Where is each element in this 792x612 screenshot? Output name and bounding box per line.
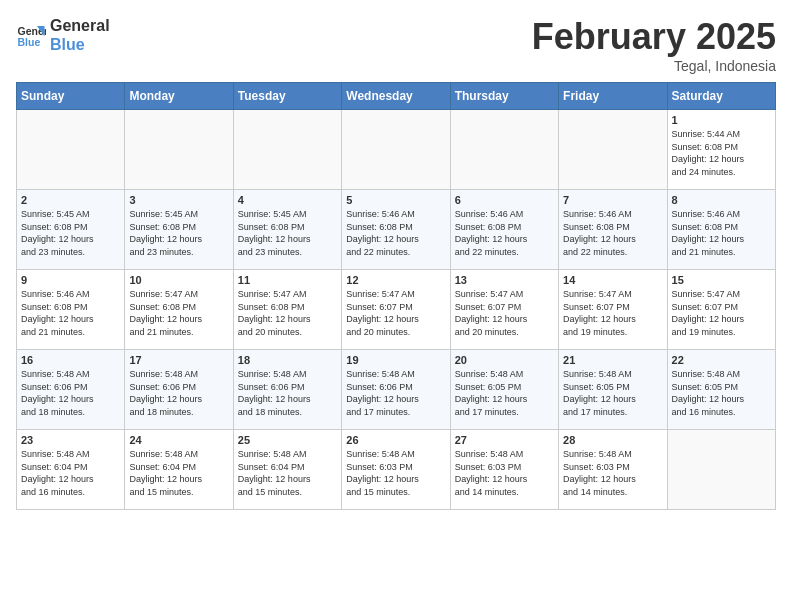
day-number: 9	[21, 274, 120, 286]
logo-icon: General Blue	[16, 20, 46, 50]
cell-info: Sunrise: 5:44 AM Sunset: 6:08 PM Dayligh…	[672, 128, 771, 178]
cell-info: Sunrise: 5:46 AM Sunset: 6:08 PM Dayligh…	[563, 208, 662, 258]
day-number: 1	[672, 114, 771, 126]
cell-info: Sunrise: 5:48 AM Sunset: 6:06 PM Dayligh…	[238, 368, 337, 418]
page-header: General Blue General Blue February 2025 …	[16, 16, 776, 74]
cell-info: Sunrise: 5:46 AM Sunset: 6:08 PM Dayligh…	[21, 288, 120, 338]
cell-info: Sunrise: 5:47 AM Sunset: 6:07 PM Dayligh…	[455, 288, 554, 338]
cell-info: Sunrise: 5:47 AM Sunset: 6:07 PM Dayligh…	[346, 288, 445, 338]
day-number: 21	[563, 354, 662, 366]
calendar-cell: 11Sunrise: 5:47 AM Sunset: 6:08 PM Dayli…	[233, 270, 341, 350]
day-number: 13	[455, 274, 554, 286]
cell-info: Sunrise: 5:48 AM Sunset: 6:03 PM Dayligh…	[346, 448, 445, 498]
week-row-4: 16Sunrise: 5:48 AM Sunset: 6:06 PM Dayli…	[17, 350, 776, 430]
day-number: 3	[129, 194, 228, 206]
calendar-cell	[233, 110, 341, 190]
calendar-cell: 6Sunrise: 5:46 AM Sunset: 6:08 PM Daylig…	[450, 190, 558, 270]
calendar-cell: 17Sunrise: 5:48 AM Sunset: 6:06 PM Dayli…	[125, 350, 233, 430]
calendar-cell: 28Sunrise: 5:48 AM Sunset: 6:03 PM Dayli…	[559, 430, 667, 510]
cell-info: Sunrise: 5:46 AM Sunset: 6:08 PM Dayligh…	[346, 208, 445, 258]
calendar-cell: 4Sunrise: 5:45 AM Sunset: 6:08 PM Daylig…	[233, 190, 341, 270]
calendar-cell: 7Sunrise: 5:46 AM Sunset: 6:08 PM Daylig…	[559, 190, 667, 270]
day-number: 11	[238, 274, 337, 286]
calendar-cell: 14Sunrise: 5:47 AM Sunset: 6:07 PM Dayli…	[559, 270, 667, 350]
calendar-cell: 24Sunrise: 5:48 AM Sunset: 6:04 PM Dayli…	[125, 430, 233, 510]
calendar-cell	[342, 110, 450, 190]
week-row-1: 1Sunrise: 5:44 AM Sunset: 6:08 PM Daylig…	[17, 110, 776, 190]
cell-info: Sunrise: 5:46 AM Sunset: 6:08 PM Dayligh…	[672, 208, 771, 258]
cell-info: Sunrise: 5:48 AM Sunset: 6:03 PM Dayligh…	[563, 448, 662, 498]
calendar-cell: 2Sunrise: 5:45 AM Sunset: 6:08 PM Daylig…	[17, 190, 125, 270]
calendar-cell: 5Sunrise: 5:46 AM Sunset: 6:08 PM Daylig…	[342, 190, 450, 270]
calendar-cell: 15Sunrise: 5:47 AM Sunset: 6:07 PM Dayli…	[667, 270, 775, 350]
title-block: February 2025 Tegal, Indonesia	[532, 16, 776, 74]
calendar-cell: 3Sunrise: 5:45 AM Sunset: 6:08 PM Daylig…	[125, 190, 233, 270]
day-number: 2	[21, 194, 120, 206]
day-number: 27	[455, 434, 554, 446]
calendar-cell: 19Sunrise: 5:48 AM Sunset: 6:06 PM Dayli…	[342, 350, 450, 430]
col-header-wednesday: Wednesday	[342, 83, 450, 110]
col-header-tuesday: Tuesday	[233, 83, 341, 110]
calendar-cell: 26Sunrise: 5:48 AM Sunset: 6:03 PM Dayli…	[342, 430, 450, 510]
day-number: 25	[238, 434, 337, 446]
day-number: 8	[672, 194, 771, 206]
week-row-2: 2Sunrise: 5:45 AM Sunset: 6:08 PM Daylig…	[17, 190, 776, 270]
day-number: 7	[563, 194, 662, 206]
day-number: 19	[346, 354, 445, 366]
cell-info: Sunrise: 5:47 AM Sunset: 6:07 PM Dayligh…	[563, 288, 662, 338]
cell-info: Sunrise: 5:48 AM Sunset: 6:05 PM Dayligh…	[455, 368, 554, 418]
calendar-cell: 21Sunrise: 5:48 AM Sunset: 6:05 PM Dayli…	[559, 350, 667, 430]
day-number: 28	[563, 434, 662, 446]
day-number: 17	[129, 354, 228, 366]
cell-info: Sunrise: 5:48 AM Sunset: 6:06 PM Dayligh…	[129, 368, 228, 418]
calendar-cell: 8Sunrise: 5:46 AM Sunset: 6:08 PM Daylig…	[667, 190, 775, 270]
calendar-cell	[450, 110, 558, 190]
day-number: 24	[129, 434, 228, 446]
day-number: 16	[21, 354, 120, 366]
calendar-cell	[17, 110, 125, 190]
logo-text-general: General	[50, 16, 110, 35]
svg-text:Blue: Blue	[18, 36, 41, 48]
cell-info: Sunrise: 5:47 AM Sunset: 6:07 PM Dayligh…	[672, 288, 771, 338]
calendar-cell	[125, 110, 233, 190]
day-number: 15	[672, 274, 771, 286]
calendar-cell: 13Sunrise: 5:47 AM Sunset: 6:07 PM Dayli…	[450, 270, 558, 350]
month-title: February 2025	[532, 16, 776, 58]
day-number: 4	[238, 194, 337, 206]
col-header-thursday: Thursday	[450, 83, 558, 110]
col-header-friday: Friday	[559, 83, 667, 110]
calendar-cell: 23Sunrise: 5:48 AM Sunset: 6:04 PM Dayli…	[17, 430, 125, 510]
calendar-cell: 27Sunrise: 5:48 AM Sunset: 6:03 PM Dayli…	[450, 430, 558, 510]
day-number: 6	[455, 194, 554, 206]
cell-info: Sunrise: 5:48 AM Sunset: 6:05 PM Dayligh…	[563, 368, 662, 418]
cell-info: Sunrise: 5:48 AM Sunset: 6:04 PM Dayligh…	[21, 448, 120, 498]
calendar-cell	[559, 110, 667, 190]
cell-info: Sunrise: 5:48 AM Sunset: 6:04 PM Dayligh…	[129, 448, 228, 498]
col-header-monday: Monday	[125, 83, 233, 110]
week-row-3: 9Sunrise: 5:46 AM Sunset: 6:08 PM Daylig…	[17, 270, 776, 350]
logo-text-blue: Blue	[50, 35, 110, 54]
cell-info: Sunrise: 5:45 AM Sunset: 6:08 PM Dayligh…	[129, 208, 228, 258]
logo: General Blue General Blue	[16, 16, 110, 54]
calendar-cell: 25Sunrise: 5:48 AM Sunset: 6:04 PM Dayli…	[233, 430, 341, 510]
cell-info: Sunrise: 5:45 AM Sunset: 6:08 PM Dayligh…	[21, 208, 120, 258]
calendar-cell	[667, 430, 775, 510]
calendar-cell: 9Sunrise: 5:46 AM Sunset: 6:08 PM Daylig…	[17, 270, 125, 350]
cell-info: Sunrise: 5:47 AM Sunset: 6:08 PM Dayligh…	[238, 288, 337, 338]
week-row-5: 23Sunrise: 5:48 AM Sunset: 6:04 PM Dayli…	[17, 430, 776, 510]
day-number: 26	[346, 434, 445, 446]
calendar-cell: 10Sunrise: 5:47 AM Sunset: 6:08 PM Dayli…	[125, 270, 233, 350]
col-header-sunday: Sunday	[17, 83, 125, 110]
day-number: 12	[346, 274, 445, 286]
cell-info: Sunrise: 5:45 AM Sunset: 6:08 PM Dayligh…	[238, 208, 337, 258]
calendar-cell: 12Sunrise: 5:47 AM Sunset: 6:07 PM Dayli…	[342, 270, 450, 350]
day-number: 14	[563, 274, 662, 286]
calendar-table: SundayMondayTuesdayWednesdayThursdayFrid…	[16, 82, 776, 510]
cell-info: Sunrise: 5:48 AM Sunset: 6:06 PM Dayligh…	[21, 368, 120, 418]
day-number: 23	[21, 434, 120, 446]
cell-info: Sunrise: 5:48 AM Sunset: 6:04 PM Dayligh…	[238, 448, 337, 498]
calendar-cell: 20Sunrise: 5:48 AM Sunset: 6:05 PM Dayli…	[450, 350, 558, 430]
day-number: 5	[346, 194, 445, 206]
day-number: 10	[129, 274, 228, 286]
calendar-cell: 18Sunrise: 5:48 AM Sunset: 6:06 PM Dayli…	[233, 350, 341, 430]
